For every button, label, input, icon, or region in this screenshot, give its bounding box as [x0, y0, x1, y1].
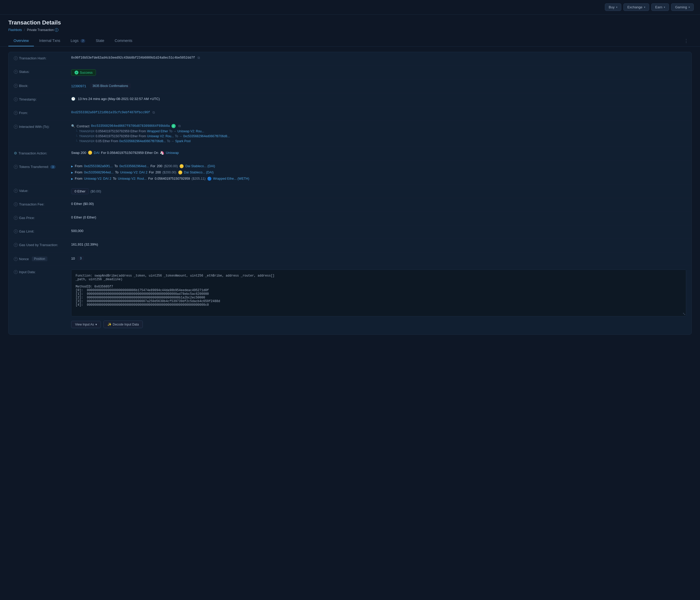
tab-overview[interactable]: Overview [8, 35, 34, 46]
page-title: Transaction Details [8, 19, 692, 26]
buy-button[interactable]: Buy ▾ [605, 3, 621, 11]
t3-token-link[interactable]: Wrapped Ethe... (WETH) [213, 177, 249, 180]
gas-limit-help-icon[interactable]: ? [14, 229, 18, 233]
token-transfer-row-1: ▶ From 0xd2553382a60f1... To 0xc53356829… [71, 164, 215, 168]
tab-logs[interactable]: Logs 7 [66, 35, 91, 46]
private-tx-info-icon[interactable]: i [55, 28, 58, 32]
nonce-pos-badge: 3 [77, 256, 84, 261]
triangle-icon-2: ▶ [71, 171, 73, 174]
gas-used-value: 161,931 (32.39%) [71, 242, 686, 246]
dai-token-icon-1: 🪙 [179, 164, 184, 168]
t1-token-link[interactable]: Dai Stableco... (DAI) [185, 164, 215, 168]
interacted-help-icon[interactable]: ? [14, 125, 18, 129]
t3-amount: 0.056401975150792959 [155, 177, 190, 180]
tree-line-3: └ [75, 139, 78, 143]
block-number-link[interactable]: 12390971 [71, 84, 86, 88]
interacted-label: ? Interacted With (To): [14, 124, 71, 129]
status-badge: Success [71, 69, 96, 76]
input-data-help-icon[interactable]: ? [14, 270, 18, 274]
status-value: Success [71, 69, 686, 76]
page-header: Transaction Details Flashbots / Private … [0, 15, 700, 32]
contract-verified-icon: ✓ [172, 124, 176, 128]
transfer-row-3: └ TRANSFER 0.05 Ether From 0xc5335682964… [71, 139, 191, 143]
decode-input-button[interactable]: ✨ Decode Input Data [103, 320, 143, 328]
uniswap-link[interactable]: Uniswap [166, 151, 179, 155]
view-input-chevron-icon: ▾ [95, 323, 97, 326]
dai-link[interactable]: DAI [94, 151, 100, 155]
transfer2-to-link[interactable]: 0xc5335682964ed0667f8706d8... [183, 134, 230, 138]
token-transfer-row-3: ▶ From Uniswap V2: DAI 2 To Uniswap V2: … [71, 177, 249, 181]
nonce-help-icon[interactable]: ? [14, 257, 18, 261]
t3-to-link[interactable]: Uniswap V2: Rout... [118, 177, 147, 180]
status-help-icon[interactable]: ? [14, 70, 18, 74]
from-label: ? From: [14, 110, 71, 115]
tab-internal-txns[interactable]: Internal Txns [34, 35, 66, 46]
block-confirmations: 3635 Block Confirmations [90, 83, 131, 88]
gas-price-help-icon[interactable]: ? [14, 216, 18, 220]
t3-from-link[interactable]: Uniswap V2: DAI 2 [84, 177, 111, 180]
resize-handle-icon[interactable]: ⤡ [682, 312, 686, 316]
uniswap-icon: 🦄 [160, 151, 164, 155]
exchange-button[interactable]: Exchange ▾ [623, 3, 649, 11]
transfer-row-1: └ TRANSFER 0.056401975150792959 Ether Fr… [71, 129, 204, 133]
t1-from-link[interactable]: 0xd2553382a60f1... [84, 164, 113, 168]
nonce-label: ? Nonce Position [14, 256, 71, 261]
t3-usd: ($205.11) [192, 177, 206, 180]
tokens-help-icon[interactable]: ? [14, 165, 18, 169]
tx-fee-help-icon[interactable]: ? [14, 202, 18, 206]
breadcrumb-current: Private Transaction i [27, 28, 58, 32]
gas-used-help-icon[interactable]: ? [14, 243, 18, 247]
tab-comments[interactable]: Comments [109, 35, 138, 46]
block-help-icon[interactable]: ? [14, 84, 18, 88]
transfer1-from-link[interactable]: Wrapped Ether [147, 129, 168, 133]
value-help-icon[interactable]: ? [14, 189, 18, 193]
status-label: ? Status: [14, 69, 71, 74]
tx-action-value: Swap 200 🪙 DAI For 0.056401975150792959 … [71, 151, 686, 155]
from-help-icon[interactable]: ? [14, 111, 18, 115]
from-address-link[interactable]: 0xd2553382a60f121d9b1e35cfc9ebf4870fbcc9… [71, 111, 150, 114]
t1-to-link[interactable]: 0xc5335682964ed... [119, 164, 149, 168]
tokens-label: ? Tokens Transferred: 3 [14, 164, 71, 169]
block-label: ? Block: [14, 83, 71, 88]
logs-badge: 7 [80, 39, 85, 43]
contract-copy-icon[interactable]: ⧉ [178, 124, 181, 128]
view-input-button[interactable]: View Input As ▾ [71, 321, 101, 328]
t1-usd: ($200.00) [164, 164, 178, 168]
contract-address-link[interactable]: 0xc5335682964ed0667f8706d8783098664f69bb… [91, 124, 170, 128]
details-card: ? Transaction Hash: 0x90f16b53efde82ad4c… [8, 52, 692, 335]
timestamp-label: ? Timestamp: [14, 97, 71, 101]
transfer1-to-link[interactable]: Uniswap V2: Rou... [177, 129, 204, 133]
status-row: ? Status: Success [8, 66, 692, 80]
interacted-value: 🔍 Contract 0xc5335682964ed0667f8706d8783… [71, 124, 686, 143]
breadcrumb-flashbots[interactable]: Flashbots [8, 28, 22, 32]
tokens-row: ? Tokens Transferred: 3 ▶ From 0xd255338… [8, 160, 692, 185]
tx-action-row: ⚙ Transaction Action: Swap 200 🪙 DAI For… [8, 147, 692, 160]
transfer3-to-link[interactable]: Spark Pool [175, 139, 191, 143]
tx-hash-label: ? Transaction Hash: [14, 56, 71, 60]
earn-button[interactable]: Earn ▾ [651, 3, 669, 11]
exchange-chevron-icon: ▾ [644, 6, 645, 8]
t2-to-link[interactable]: Uniswap V2: DAI 2 [120, 171, 148, 174]
gas-used-label: ? Gas Used by Transaction: [14, 242, 71, 247]
tx-hash-row: ? Transaction Hash: 0x90f16b53efde82ad4c… [8, 52, 692, 66]
tree-line-2: └ [75, 134, 78, 138]
t2-from-link[interactable]: 0xc5335682964ed... [84, 171, 114, 174]
tx-action-label: ⚙ Transaction Action: [14, 151, 71, 155]
transfer3-from-link[interactable]: 0xc5335682964ed0667f8706d8... [119, 139, 166, 143]
tabs-more-button[interactable]: ⋮ [681, 35, 692, 46]
timestamp-row: ? Timestamp: 🕐 13 hrs 24 mins ago (May-0… [8, 93, 692, 107]
value-label: ? Value: [14, 188, 71, 193]
tx-hash-help-icon[interactable]: ? [14, 56, 18, 60]
tx-fee-value: 0 Ether ($0.00) [71, 202, 686, 206]
from-copy-icon[interactable]: ⧉ [152, 110, 155, 114]
contract-search-icon: 🔍 [71, 124, 75, 128]
tx-hash-copy-icon[interactable]: ⧉ [198, 56, 200, 60]
gas-limit-label: ? Gas Limit: [14, 229, 71, 233]
t2-token-link[interactable]: Dai Stableco... (DAI) [184, 171, 214, 174]
tab-state[interactable]: State [91, 35, 109, 46]
transfer2-from-link[interactable]: Uniswap V2: Rou... [147, 134, 174, 138]
timestamp-help-icon[interactable]: ? [14, 97, 18, 101]
input-data-box[interactable]: Function: swapAndBribe(address _token, u… [71, 269, 686, 316]
from-value: 0xd2553382a60f121d9b1e35cfc9ebf4870fbcc9… [71, 110, 686, 114]
gaming-button[interactable]: Gaming ▾ [671, 3, 694, 11]
